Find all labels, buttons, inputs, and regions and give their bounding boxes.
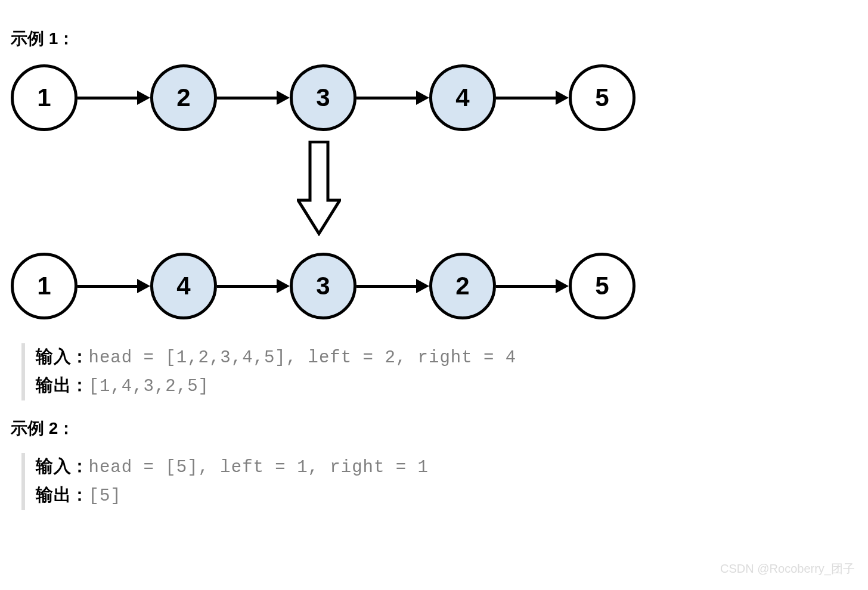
arrow-right-icon (496, 280, 569, 292)
list-node: 5 (569, 253, 636, 319)
arrow-right-icon (496, 92, 569, 104)
output-label: 输出： (36, 375, 89, 395)
transform-arrow-icon (297, 141, 341, 236)
list-node: 3 (290, 64, 356, 131)
arrow-right-icon (356, 280, 429, 292)
list-node: 5 (569, 64, 636, 131)
list-node: 2 (150, 64, 217, 131)
output-value: [1,4,3,2,5] (89, 377, 209, 396)
linked-list-before: 12345 (11, 64, 636, 131)
arrow-right-icon (217, 280, 290, 292)
arrow-right-icon (78, 280, 150, 292)
list-node: 3 (290, 253, 356, 319)
list-node: 1 (11, 253, 78, 319)
example-1-title: 示例 1： (11, 27, 75, 50)
input-value: head = [1,2,3,4,5], left = 2, right = 4 (89, 348, 517, 368)
linked-list-after: 14325 (11, 253, 636, 319)
arrow-right-icon (78, 92, 150, 104)
list-node: 4 (429, 64, 496, 131)
example-1-io: 输入：head = [1,2,3,4,5], left = 2, right =… (21, 343, 516, 400)
example-2-title: 示例 2： (11, 417, 75, 440)
list-node: 1 (11, 64, 78, 131)
input-label: 输入： (36, 347, 89, 366)
arrow-right-icon (356, 92, 429, 104)
watermark: CSDN @Rocoberry_团子 (720, 561, 855, 577)
input-value: head = [5], left = 1, right = 1 (89, 458, 429, 477)
output-value: [5] (89, 486, 122, 506)
output-label: 输出： (36, 485, 89, 504)
list-node: 4 (150, 253, 217, 319)
input-label: 输入： (36, 457, 89, 476)
list-node: 2 (429, 253, 496, 319)
example-2-io: 输入：head = [5], left = 1, right = 1 输出：[5… (21, 453, 429, 510)
arrow-right-icon (217, 92, 290, 104)
